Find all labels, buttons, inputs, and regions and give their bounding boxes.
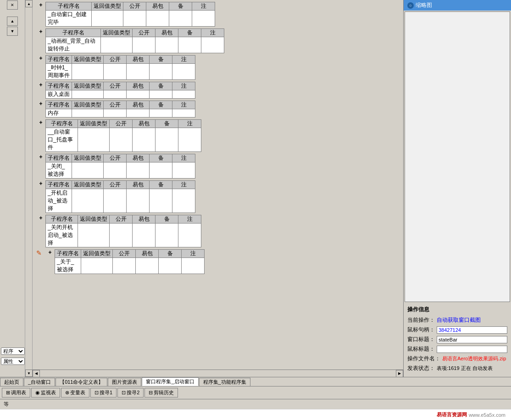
col-name-9: 子程序名 [46,215,78,224]
func-table-wrapper-9: 子程序名 返回值类型 公开 易包 备 注 _关闭开机启动_被选择 [45,215,403,247]
col-note-6: 注 [178,120,201,128]
col-note: 注 [192,2,215,11]
plus-icon-6[interactable]: + [36,119,45,126]
func-name-7: _关闭_被选择 [46,162,72,179]
col-easy-4: 易包 [127,82,150,90]
plus-icon-4[interactable]: + [36,82,45,88]
col-return-8: 返回值类型 [72,181,104,189]
col-note-9: 注 [178,215,201,224]
table-icon: ⊞ [6,390,10,396]
tab-qishiye[interactable]: 起始页 [0,378,23,386]
func-easy-1 [146,11,169,27]
current-op-label: 当前操作： [407,316,435,324]
code-area: + 子程序名 返回值类型 公开 易包 备 注 [33,0,403,377]
bottom-toolbar: ⊞ 调用表 ◉ 监视表 ⊗ 变量表 ⊡ 搜寻1 ⊡ 搜寻2 ⊟ 剪辑历史 [0,386,511,399]
search1-btn[interactable]: ⊡ 搜寻1 [90,388,117,398]
col-return-9: 返回值类型 [78,215,110,224]
func-note-1 [192,11,215,27]
col-backup-4: 备 [150,82,172,90]
col-return-5: 返回值类型 [72,101,104,109]
func-return-3 [72,64,104,80]
close-btn[interactable]: ✕ [7,0,18,10]
tab-tupian[interactable]: 图片资源表 [108,378,141,386]
func-header-table-5: 子程序名 返回值类型 公开 易包 备 注 内存 [45,101,195,118]
func-return-10 [81,258,113,274]
func-public-5 [104,109,127,118]
footer: 易语言资源网 www.e5a5x.com [0,409,511,420]
h-scroll-track [40,370,396,377]
pencil-icon[interactable]: ✎ [36,249,45,257]
attr-select[interactable]: 属性 [1,358,25,365]
func-easy-8 [127,189,150,213]
col-return-3: 返回值类型 [72,56,104,64]
plus-icon-9[interactable]: + [36,215,45,221]
col-public: 公开 [123,2,146,11]
plus-icon-8[interactable]: + [36,180,45,187]
monitor-table-btn[interactable]: ◉ 监视表 [31,388,60,398]
tab-zidongchuangkou[interactable]: _自动窗口 [24,378,55,386]
func-public-8 [104,189,127,213]
status-text: 等 [4,401,9,408]
func-row-1: + 子程序名 返回值类型 公开 易包 备 注 [36,2,403,27]
plus-icon-1[interactable]: + [36,2,45,8]
program-select[interactable]: 程序 [1,347,25,355]
far-left-panel: ✕ ▲ ▼ 程序 属性 [0,0,25,377]
func-note-3 [172,64,195,80]
window-title-input[interactable] [437,336,507,343]
scroll-track [25,7,32,370]
search2-btn[interactable]: ⊡ 搜寻2 [117,388,144,398]
plus-icon-3[interactable]: + [36,55,45,62]
window-title-label: 窗口标题： [407,336,435,343]
func-backup-3 [150,64,172,80]
scroll-right-btn[interactable]: ▶ [396,370,403,377]
col-name-3: 子程序名 [46,56,72,64]
func-easy-6 [133,128,156,152]
tab-chuangkou-chengxuji[interactable]: 窗口程序集_启动窗口 [142,377,198,386]
col-return-2: 返回值类型 [101,29,133,37]
file-row: 操作文件名： 易语言Aero透明效果源码.zip [407,355,507,363]
tab-011[interactable]: 【011命令定义表】 [56,378,107,386]
scroll-up-btn[interactable]: ▲ [25,0,33,7]
func-header-table-10: 子程序名 返回值类型 公开 易包 备 注 _关于_被选择 [55,249,205,274]
arrow-down-btn[interactable]: ▼ [7,27,18,36]
col-return-6: 返回值类型 [78,120,110,128]
func-public-1 [123,11,146,27]
func-table-wrapper-6: 子程序名 返回值类型 公开 易包 备 注 __自动窗口_托盘事件 [45,119,403,152]
mouse-title-input[interactable] [437,346,507,353]
scroll-down-btn[interactable]: ▼ [25,370,33,377]
col-backup-3: 备 [150,56,172,64]
plus-icon-5[interactable]: + [36,101,45,107]
func-table-wrapper-7: 子程序名 返回值类型 公开 易包 备 注 _关闭_被选择 [45,154,403,179]
plus-icon-7[interactable]: + [36,154,45,160]
func-table-wrapper-1: 子程序名 返回值类型 公开 易包 备 注 _自动窗口_创建完毕 [45,2,403,27]
col-return-4: 返回值类型 [72,82,104,90]
scroll-left-btn[interactable]: ◀ [33,370,40,377]
thumbnail-icon: ○ [407,2,414,9]
window-title-row: 窗口标题： [407,336,507,343]
func-name-2: _动画框_背景_自动旋转停止 [46,37,101,53]
col-name-10: 子程序名 [55,250,81,258]
tab-chengxuji[interactable]: 程序集_功能程序集 [199,378,250,386]
col-public-3: 公开 [104,56,127,64]
func-table-wrapper-4: 子程序名 返回值类型 公开 易包 备 注 嵌入桌面 [45,82,403,99]
var-table-btn[interactable]: ⊗ 变量表 [61,388,89,398]
right-thumbnail-panel: ○ 缩略图 操作信息 当前操作： 自动获取窗口截图 鼠标句柄： 窗口标题： [403,0,511,377]
func-backup-10 [159,258,182,274]
func-public-3 [104,64,127,80]
arrow-up-btn[interactable]: ▲ [7,17,18,26]
plus-icon-2[interactable]: + [36,28,45,35]
func-public-6 [110,128,133,152]
func-name-8: _开机启动_被选择 [46,189,72,213]
call-table-btn[interactable]: ⊞ 调用表 [2,388,30,398]
handle-input[interactable] [437,326,507,334]
content-area: ✕ ▲ ▼ 程序 属性 ▲ ▼ [0,0,511,377]
func-public-9 [110,224,133,247]
clip-history-btn[interactable]: ⊟ 剪辑历史 [144,388,178,398]
func-backup-7 [150,162,172,179]
func-row-2: + 子程序名 返回值类型 公开 易包 备 注 [36,28,403,53]
col-backup-2: 备 [178,29,201,37]
col-return: 返回值类型 [92,2,123,11]
plus-icon-10[interactable]: + [45,249,55,256]
mouse-title-label: 鼠标标题： [407,345,435,353]
current-op-value: 自动获取窗口截图 [437,316,507,324]
